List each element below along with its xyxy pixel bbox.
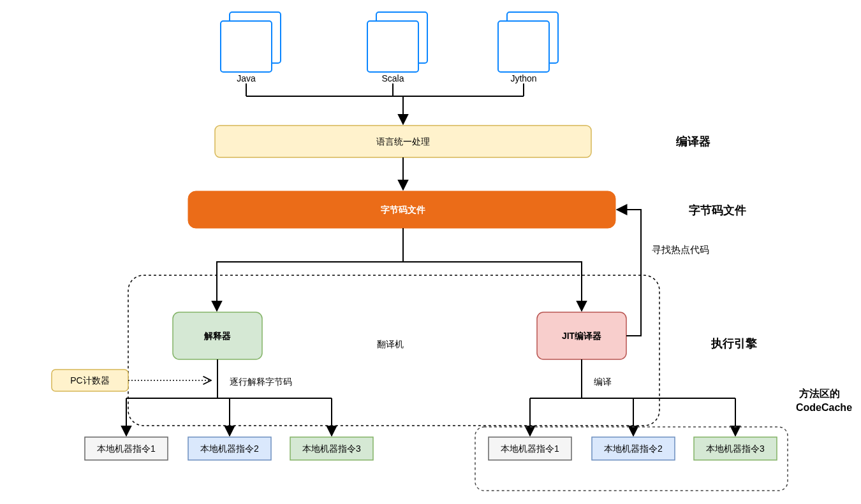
side-engine-label: 执行引擎 [710,337,758,350]
lang-jython-label: Jython [510,73,536,83]
lang-java-stack: Java [221,12,281,83]
side-codecache-label1: 方法区的 [798,387,840,399]
interpreter-label: 解释器 [203,331,231,341]
unify-label: 语言统一处理 [376,136,430,147]
side-bytecode-label: 字节码文件 [689,204,746,217]
bytecode-label: 字节码文件 [381,205,425,215]
jit-fanout [530,380,735,436]
svg-rect-3 [367,21,418,72]
interp-instr1-label: 本地机器指令1 [97,443,156,454]
svg-rect-1 [221,21,272,72]
side-compiler-label: 编译器 [675,135,710,148]
jit-instr2-label: 本地机器指令2 [604,443,663,454]
translator-label: 翻译机 [377,339,404,349]
lang-java-label: Java [237,73,256,83]
pc-counter-label: PC计数器 [70,375,109,385]
hotspot-label: 寻找热点代码 [652,244,709,255]
interp-instr3-label: 本地机器指令3 [302,443,361,454]
jit-instr3-label: 本地机器指令3 [706,443,765,454]
side-codecache-label2: CodeCache [796,402,852,413]
jit-label: JIT编译器 [562,331,601,341]
interpreter-fanout [126,380,332,436]
interp-instr2-label: 本地机器指令2 [200,443,259,454]
bytecode-to-interpreter-arrow [217,228,403,311]
lang-jython-stack: Jython [498,12,558,83]
svg-rect-5 [498,21,549,72]
languages-to-unify-connector [246,83,524,124]
lang-scala-label: Scala [381,73,404,83]
architecture-diagram: Java Scala Jython 语言统一处理 编译器 字节码文件 字节码文件… [0,0,861,504]
jit-instr1-label: 本地机器指令1 [501,443,559,454]
compile-label: 编译 [594,377,612,387]
perline-label: 逐行解释字节码 [230,377,292,387]
lang-scala-stack: Scala [367,12,427,83]
bytecode-to-jit-arrow [403,262,582,311]
